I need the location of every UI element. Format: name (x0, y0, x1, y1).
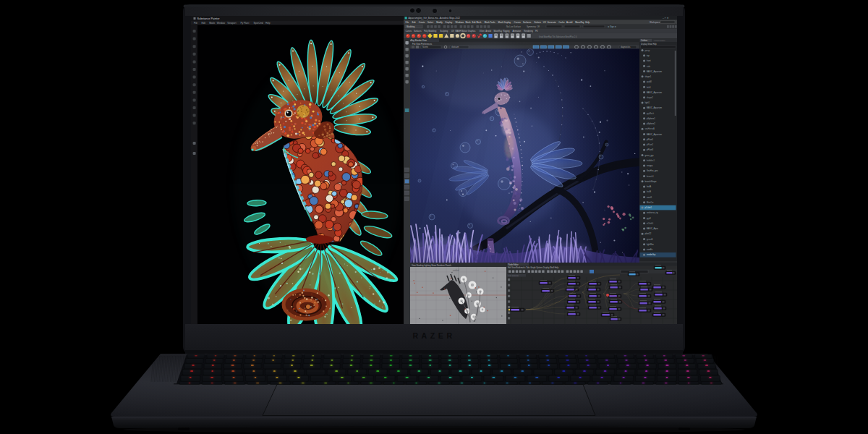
svg-text:MoonRay: MoonRay (494, 30, 503, 33)
svg-text:Attribute Editor: Attribute Editor (653, 40, 665, 42)
svg-text:Mesh: Mesh (466, 21, 471, 24)
svg-text:No Live Surface: No Live Surface (506, 25, 521, 28)
svg-text:Substance Painter: Substance Painter (197, 17, 221, 20)
svg-text:BASIC_Aquarium: BASIC_Aquarium (647, 91, 663, 94)
svg-text:branchShape: branchShape (645, 180, 657, 183)
svg-text:Rigging: Rigging (503, 30, 511, 33)
svg-text:BASIC_Aquarium: BASIC_Aquarium (647, 70, 663, 73)
svg-text:fish1: fish1 (647, 86, 651, 89)
svg-text:MASH: MASH (456, 30, 461, 33)
svg-text:pSphere1: pSphere1 (647, 117, 655, 120)
svg-text:Windows: Windows (456, 21, 464, 24)
svg-text:Display: Display (446, 21, 453, 24)
svg-text:Curves: Curves (406, 30, 412, 33)
svg-text:Py Plant: Py Plant (240, 22, 249, 25)
svg-text:BASIC_Aqua: BASIC_Aqua (647, 227, 658, 230)
svg-text:pSphere2: pSphere2 (647, 122, 655, 125)
svg-text:BASIC_Aquarium: BASIC_Aquarium (647, 106, 663, 109)
svg-text:Create: Create (419, 21, 425, 24)
svg-text:Arnold: Arnold (485, 30, 491, 33)
svg-text:Outliner: Outliner (641, 39, 647, 42)
svg-text:Surfaces: Surfaces (523, 21, 532, 24)
svg-text:shape2: shape2 (647, 96, 653, 99)
svg-text:branch1: branch1 (647, 175, 654, 178)
svg-text:SeaHse_geo: SeaHse_geo (647, 169, 658, 172)
svg-text:Mesh Tools: Mesh Tools (485, 21, 495, 24)
svg-text:Display Show Help: Display Show Help (641, 43, 657, 46)
svg-text:Animation: Animation (512, 30, 521, 33)
svg-text:Poly Modeling: Poly Modeling (424, 30, 436, 33)
svg-text:Grab MoonRay Tilts Su: Grab MoonRay Tilts Substance BevelPlus 2… (539, 35, 577, 38)
svg-text:Symmetry: Off: Symmetry: Off (527, 25, 540, 28)
svg-text:Node Editor: Node Editor (509, 263, 519, 266)
svg-text:seahorse_rig: seahorse_rig (647, 211, 658, 214)
svg-text:File: File (194, 22, 197, 25)
svg-text:leafA: leafA (647, 185, 651, 188)
svg-text:Arnold: Arnold (566, 21, 573, 24)
svg-text:front: front (647, 59, 651, 62)
svg-text:MoonRay: MoonRay (575, 21, 584, 24)
svg-text:Window: Window (217, 22, 226, 25)
svg-text:Poly SeaHse: Poly SeaHse (509, 275, 519, 277)
svg-text:grpRock: grpRock (647, 112, 655, 115)
svg-text:Deform: Deform (535, 21, 542, 24)
svg-text:Modeling: Modeling (407, 25, 415, 28)
svg-text:XGen: XGen (480, 30, 485, 33)
svg-text:seagrp: seagrp (647, 164, 653, 167)
svg-text:untitled: untitled (453, 269, 459, 272)
svg-text:Curves: Curves (514, 21, 522, 24)
svg-text:persp: persp (645, 49, 650, 52)
svg-text:grpAll: grpAll (647, 80, 652, 83)
svg-text:Generate: Generate (548, 21, 556, 24)
svg-text:nCloth1: nCloth1 (647, 222, 654, 225)
svg-text:Workspace: Workspace (650, 21, 660, 24)
svg-text:FX: FX (535, 30, 538, 33)
svg-text:grass_grp: grass_grp (645, 154, 654, 157)
svg-text:pCube1: pCube1 (645, 206, 652, 209)
svg-text:File: File (406, 21, 409, 24)
svg-text:MstrCrv: MstrCrv (647, 201, 654, 204)
svg-text:bubbles1: bubbles1 (647, 159, 655, 162)
svg-text:Mesh Display: Mesh Display (498, 21, 511, 24)
svg-text:Cache: Cache (558, 21, 565, 24)
svg-text:Edit View Bookmarks Tabs G: Edit View Bookmarks Tabs Graph Options D… (508, 266, 559, 269)
svg-text:Modify: Modify (436, 21, 443, 24)
svg-text:Motion Graphics: Motion Graphics (461, 30, 476, 33)
svg-text:Scene: Scene (422, 46, 428, 48)
svg-text:– □ ✕: – □ ✕ (663, 17, 669, 20)
svg-text:pPlant3: pPlant3 (647, 148, 654, 151)
svg-text:lightRim: lightRim (647, 243, 654, 246)
svg-text:pPlant2: pPlant2 (647, 143, 654, 146)
svg-text:renderGrp: renderGrp (647, 253, 656, 256)
svg-text:camEx: camEx (647, 248, 653, 251)
svg-text:Help: Help (265, 22, 271, 25)
svg-text:grassB: grassB (647, 238, 653, 241)
svg-text:Select: Select (427, 21, 433, 24)
svg-text:UV: UV (451, 30, 454, 33)
svg-text:side: side (647, 65, 650, 68)
svg-text:File View Preferences: File View Preferences (412, 43, 433, 46)
svg-text:seaHorseA: seaHorseA (645, 127, 655, 130)
svg-text:coral1: coral1 (647, 196, 652, 199)
svg-text:Aquariumglory_fish_Bonus.ma -: Aquariumglory_fish_Bonus.ma - Autodesk M… (409, 17, 461, 20)
svg-text:Viewport: Viewport (227, 22, 236, 25)
svg-text:Sculpting: Sculpting (440, 30, 448, 33)
svg-text:pPlant1: pPlant1 (647, 138, 654, 141)
svg-text:shape1: shape1 (645, 75, 652, 78)
svg-text:diagnostics: diagnostics (621, 46, 631, 48)
svg-text:Rendering: Rendering (524, 30, 533, 33)
svg-text:UV: UV (543, 21, 546, 24)
svg-text:Help: Help (585, 21, 590, 24)
svg-text:grpX: grpX (647, 217, 651, 220)
svg-text:Surfaces: Surfaces (414, 30, 422, 33)
svg-text:Edit Mesh: Edit Mesh (472, 21, 482, 24)
svg-text:RAZER: RAZER (412, 331, 455, 340)
svg-text:SpotCmd: SpotCmd (254, 22, 264, 25)
svg-text:top: top (647, 54, 650, 57)
svg-text:plant22: plant22 (645, 232, 652, 235)
svg-text:Edit: Edit (202, 22, 206, 25)
svg-text:Edit: Edit (412, 21, 416, 24)
svg-text:leafB: leafB (647, 190, 651, 193)
svg-text:View Shading Lighting Show: View Shading Lighting Show Renderer Pane… (412, 264, 452, 267)
svg-text:light1: light1 (645, 101, 650, 104)
